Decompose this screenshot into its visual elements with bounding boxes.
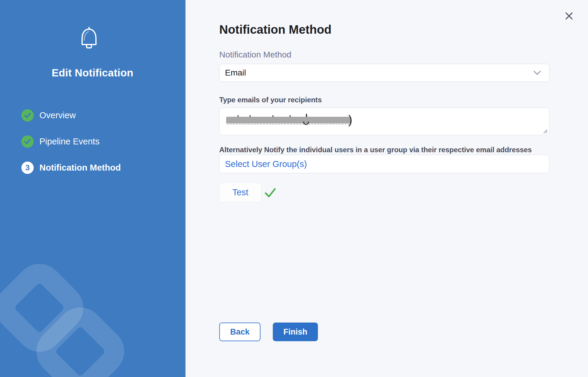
sidebar-step-notification-method[interactable]: 3 Notification Method <box>21 162 121 174</box>
redacted-glyph-tip <box>306 114 307 117</box>
recipients-label: Type emails of your recipients <box>219 96 322 104</box>
notification-bell-icon <box>80 26 98 50</box>
panel-divider <box>185 0 186 377</box>
back-button-label: Back <box>230 327 250 337</box>
redacted-tail-char: ) <box>348 114 352 126</box>
brand-watermark-logo <box>0 0 185 377</box>
selected-method-value: Email <box>225 68 534 78</box>
test-success-check-icon <box>265 188 276 198</box>
step-label: Notification Method <box>39 163 121 173</box>
test-button-label: Test <box>232 187 248 197</box>
redacted-glyph-tip <box>290 115 291 117</box>
page-title: Notification Method <box>219 23 331 36</box>
back-button[interactable]: Back <box>219 323 260 341</box>
sidebar-step-pipeline-events[interactable]: Pipeline Events <box>21 135 100 148</box>
sidebar-step-overview[interactable]: Overview <box>21 109 76 122</box>
finish-button[interactable]: Finish <box>273 323 318 341</box>
textarea-resize-handle[interactable] <box>542 128 548 134</box>
redacted-email-bar <box>226 117 351 123</box>
select-user-groups-button[interactable]: Select User Group(s) <box>219 155 550 173</box>
redacted-glyph-tip <box>272 115 273 117</box>
test-button[interactable]: Test <box>219 183 261 202</box>
step-complete-icon <box>21 109 34 122</box>
step-label: Pipeline Events <box>39 137 100 147</box>
chevron-down-icon <box>534 71 541 75</box>
method-field-label: Notification Method <box>219 50 291 60</box>
user-group-hint-label: Alternatively Notify the individual user… <box>219 146 532 154</box>
notification-method-select[interactable]: Email <box>219 64 550 82</box>
wizard-title: Edit Notification <box>0 67 185 79</box>
step-label: Overview <box>39 110 76 120</box>
finish-button-label: Finish <box>283 327 307 337</box>
redacted-underline <box>227 124 349 125</box>
redacted-glyph-tip <box>238 115 239 117</box>
close-icon[interactable] <box>565 12 573 20</box>
wizard-sidebar: Edit Notification Overview Pipeline Even… <box>0 0 185 377</box>
step-complete-icon <box>21 135 34 148</box>
recipients-textarea[interactable]: ) <box>219 108 550 135</box>
redacted-glyph-tip <box>250 115 251 117</box>
step-number-badge: 3 <box>21 162 34 174</box>
select-user-groups-label: Select User Group(s) <box>225 159 307 169</box>
